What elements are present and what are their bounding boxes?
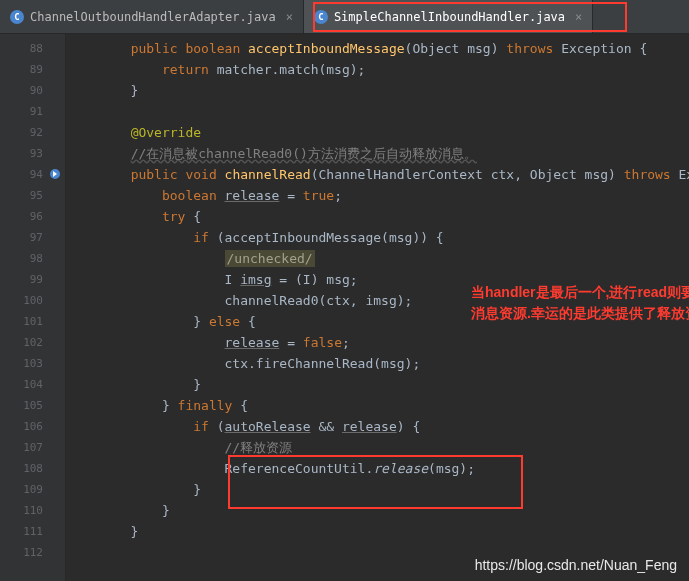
tab-label: ChannelOutboundHandlerAdapter.java bbox=[30, 10, 276, 24]
tab-channel-outbound[interactable]: C ChannelOutboundHandlerAdapter.java × bbox=[0, 0, 304, 33]
annotation-callout: 当handler是最后一个,进行read则要释放消息资源.幸运的是此类提供了释放… bbox=[471, 282, 689, 324]
line-number: 96 bbox=[0, 206, 65, 227]
class-icon: C bbox=[314, 10, 328, 24]
tab-simple-channel-inbound[interactable]: C SimpleChannelInboundHandler.java × bbox=[304, 0, 593, 33]
line-number: 111 bbox=[0, 521, 65, 542]
line-number: 109 bbox=[0, 479, 65, 500]
line-number: 94 bbox=[0, 164, 65, 185]
line-number: 105 bbox=[0, 395, 65, 416]
tab-label: SimpleChannelInboundHandler.java bbox=[334, 10, 565, 24]
override-icon[interactable] bbox=[49, 168, 61, 180]
line-number: 97 bbox=[0, 227, 65, 248]
close-icon[interactable]: × bbox=[286, 10, 293, 24]
line-number: 92 bbox=[0, 122, 65, 143]
line-number: 103 bbox=[0, 353, 65, 374]
line-number-gutter: 88 89 90 91 92 93 94 95 96 97 98 99 100 … bbox=[0, 34, 66, 581]
line-number: 99 bbox=[0, 269, 65, 290]
line-number: 112 bbox=[0, 542, 65, 563]
code-content[interactable]: public boolean acceptInboundMessage(Obje… bbox=[66, 34, 689, 581]
line-number: 101 bbox=[0, 311, 65, 332]
line-number: 93 bbox=[0, 143, 65, 164]
line-number: 110 bbox=[0, 500, 65, 521]
watermark-text: https://blog.csdn.net/Nuan_Feng bbox=[475, 557, 677, 573]
line-number: 89 bbox=[0, 59, 65, 80]
line-number: 95 bbox=[0, 185, 65, 206]
line-number: 90 bbox=[0, 80, 65, 101]
line-number: 102 bbox=[0, 332, 65, 353]
editor-area: 88 89 90 91 92 93 94 95 96 97 98 99 100 … bbox=[0, 34, 689, 581]
editor-tabs: C ChannelOutboundHandlerAdapter.java × C… bbox=[0, 0, 689, 34]
line-number: 104 bbox=[0, 374, 65, 395]
line-number: 107 bbox=[0, 437, 65, 458]
close-icon[interactable]: × bbox=[575, 10, 582, 24]
line-number: 88 bbox=[0, 38, 65, 59]
class-icon: C bbox=[10, 10, 24, 24]
line-number: 98 bbox=[0, 248, 65, 269]
line-number: 100 bbox=[0, 290, 65, 311]
line-number: 91 bbox=[0, 101, 65, 122]
line-number: 108 bbox=[0, 458, 65, 479]
line-number: 106 bbox=[0, 416, 65, 437]
